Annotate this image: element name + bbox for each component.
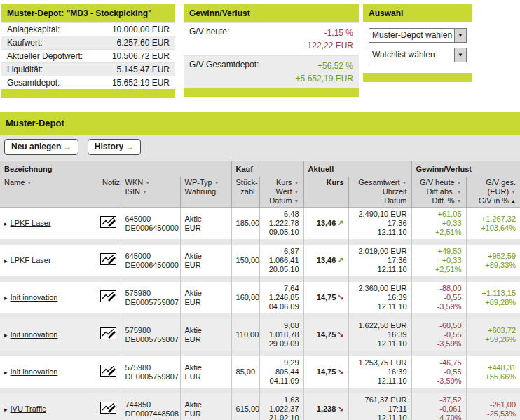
gv-ges-cell: +448,31 +55,66% (466, 356, 520, 388)
sort-desc-icon[interactable]: ▼ (457, 189, 462, 194)
currency-value: EUR (185, 335, 201, 344)
sort-desc-icon[interactable]: ▼ (402, 180, 407, 185)
wkn-isin-cell: 575980 DE0005759807 (121, 319, 180, 351)
gv-amount: +5.652,19 EUR (296, 74, 353, 83)
wptyp-cell: Aktie EUR (180, 356, 231, 388)
name-cell: ▸LPKF Laser (0, 245, 98, 276)
expand-arrow-icon[interactable]: ▸ (4, 257, 8, 264)
wkn-value: 744850 (125, 400, 151, 409)
kauf-wert: 1.066,41 (269, 256, 299, 264)
summary-row: Liquidität: 5.145,47 EUR (1, 62, 175, 76)
expand-arrow-icon[interactable]: ▸ (4, 294, 8, 302)
sort-desc-icon[interactable]: ▼ (142, 189, 147, 194)
row-separator (0, 276, 520, 282)
gv-heute-pct: +2,51% (435, 228, 462, 236)
sort-desc-icon[interactable]: ▼ (27, 180, 32, 185)
gv-ges-cell: +1.113,15 +89,28% (466, 282, 520, 313)
gesamtwert-cell: 1.253,75 EUR 16:39 12.11.10 (348, 356, 411, 388)
chevron-down-icon[interactable]: ▼ (454, 29, 466, 42)
gv-heute-abs: -88,00 (439, 284, 461, 292)
sort-desc-icon[interactable]: ▼ (294, 198, 299, 203)
button-label: Neu anlegen (11, 142, 61, 151)
gv-ges-cell: +1.267,32 +103,64% (466, 208, 520, 240)
neu-anlegen-button[interactable]: Neu anlegen→ (4, 139, 78, 155)
history-button[interactable]: History→ (88, 139, 141, 155)
selection-panel: Auswahl Muster-Depot wählen ▼ Watchlist … (363, 4, 472, 82)
gv-heute-cell: -60,50 -0,55 -3,59% (411, 319, 466, 351)
kauf-cell: 1,63 1.022,37 21.02.10 (259, 393, 303, 420)
uhrzeit-value: 16:39 (388, 330, 407, 339)
note-chart-icon[interactable] (100, 253, 116, 267)
note-chart-icon[interactable] (100, 327, 116, 341)
gv-heute-diff: +0,33 (442, 219, 462, 227)
wkn-value: 645000 (125, 252, 151, 260)
expand-arrow-icon[interactable]: ▸ (4, 369, 8, 376)
sort-desc-icon[interactable]: ▼ (294, 189, 299, 194)
gv-ges-eur: +952,59 (488, 252, 516, 260)
instrument-link[interactable]: LPKF Laser (11, 256, 51, 264)
gv-ges-pct: +89,33% (485, 261, 516, 269)
sort-desc-icon[interactable]: ▼ (457, 198, 462, 203)
panel-bottom-strip (1, 89, 175, 98)
col-gv-heute[interactable]: G/V heute▼ Diff.abs.▼ Diff. %▼ (411, 177, 466, 208)
instrument-link[interactable]: Init innovation (11, 330, 58, 339)
currency-value: EUR (185, 298, 201, 306)
kauf-wert: 1.022,37 (269, 405, 299, 413)
wp-typ-value: Aktie (185, 252, 202, 260)
col-kauf-kurs-wert-datum[interactable]: Kurs▼ Wert▼ Datum▼ (259, 177, 303, 208)
note-chart-icon[interactable] (100, 216, 116, 230)
instrument-link[interactable]: IVU Traffic (11, 405, 46, 413)
kauf-datum: 04.06.09 (269, 302, 299, 311)
col-name[interactable]: Name▼ (0, 177, 98, 208)
kurs-value: 14,75 (317, 293, 336, 302)
gesamtwert-value: 2.019,00 EUR (358, 247, 406, 255)
kauf-wert: 805,44 (275, 367, 299, 376)
kurs-cell: 14,75 (303, 356, 348, 388)
sort-desc-icon[interactable]: ▼ (511, 189, 516, 194)
expand-arrow-icon[interactable]: ▸ (4, 332, 8, 339)
col-stueckzahl: Stück-zahl (231, 177, 259, 208)
wkn-value: 645000 (125, 215, 151, 223)
gv-heute-pct: -3,59% (437, 377, 462, 385)
note-chart-icon[interactable] (100, 365, 116, 379)
watchlist-select[interactable]: Watchlist wählen ▼ (369, 48, 467, 62)
gv-heute-pct: +2,51% (435, 265, 462, 273)
note-chart-icon[interactable] (100, 290, 116, 304)
sort-desc-icon[interactable]: ▼ (294, 180, 299, 185)
gv-ges-eur: +603,72 (488, 326, 516, 334)
gv-ges-eur: +1.113,15 (482, 289, 516, 297)
notiz-cell (98, 245, 121, 276)
select-value: Muster-Depot wählen (369, 29, 454, 42)
table-row: ▸Init innovation 575980 DE0005759807 Akt… (0, 319, 520, 351)
kauf-kurs: 6,48 (284, 210, 299, 218)
sort-asc-icon[interactable]: ▲ (511, 198, 516, 203)
muster-depot-select[interactable]: Muster-Depot wählen ▼ (369, 28, 467, 43)
gain-loss-title: Gewinn/Verlust (184, 4, 359, 22)
gv-amount: -122,22 EUR (305, 41, 353, 50)
gv-heute-diff: -0,55 (444, 330, 461, 339)
instrument-link[interactable]: LPKF Laser (11, 219, 51, 227)
datum-value: 12.11.10 (378, 302, 407, 311)
sort-desc-icon[interactable]: ▼ (457, 180, 462, 185)
expand-arrow-icon[interactable]: ▸ (4, 406, 8, 413)
currency-value: EUR (185, 224, 201, 232)
col-gesamtwert[interactable]: Gesamtwert▼ Uhrzeit Datum (348, 177, 411, 208)
row-separator (0, 351, 520, 356)
sort-desc-icon[interactable]: ▼ (214, 180, 219, 185)
kurs-value: 14,75 (317, 367, 336, 376)
col-gv-ges[interactable]: G/V ges. (EUR)▼ G/V in %▲ (466, 177, 520, 208)
chevron-down-icon[interactable]: ▼ (454, 48, 466, 62)
row-separator (0, 388, 520, 393)
expand-arrow-icon[interactable]: ▸ (4, 220, 8, 227)
instrument-link[interactable]: Init innovation (11, 293, 58, 302)
gesamtwert-cell: 2.360,00 EUR 16:39 12.11.10 (348, 282, 411, 313)
instrument-link[interactable]: Init innovation (11, 367, 58, 376)
select-value: Watchlist wählen (369, 48, 454, 62)
summary-value: 6.257,60 EUR (117, 36, 170, 49)
sort-desc-icon[interactable]: ▼ (145, 180, 150, 185)
col-wptyp-waehrung[interactable]: WP-Typ▼ Währung (180, 177, 231, 208)
gesamtwert-value: 1.622,50 EUR (358, 321, 406, 330)
note-chart-icon[interactable] (100, 402, 116, 416)
wkn-value: 575980 (125, 326, 151, 334)
col-wkn-isin[interactable]: WKN▼ ISIN▼ (121, 177, 180, 208)
